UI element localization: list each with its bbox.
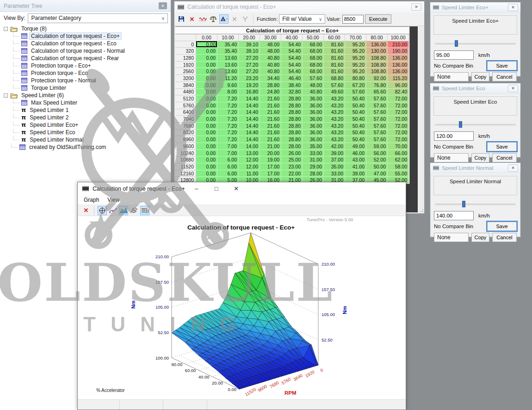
- table-cell[interactable]: 24.80: [260, 89, 281, 96]
- table-cell[interactable]: 0.00: [196, 136, 217, 143]
- close-icon[interactable]: ✕: [228, 182, 245, 195]
- table-cell[interactable]: 0.00: [196, 89, 217, 96]
- table-cell[interactable]: 58.00: [388, 163, 409, 170]
- table-cell[interactable]: 9.60: [217, 82, 239, 89]
- table-cell[interactable]: 7.00: [217, 150, 239, 157]
- table-cell[interactable]: 57.60: [303, 75, 324, 82]
- table-cell[interactable]: 68.00: [303, 62, 324, 68]
- table-cell[interactable]: 80.80: [345, 75, 366, 82]
- column-header[interactable]: 100.00: [388, 34, 409, 41]
- table-cell[interactable]: 130.00: [366, 48, 388, 55]
- table-cell[interactable]: 43.20: [324, 136, 345, 143]
- speed-slider[interactable]: [435, 201, 516, 207]
- table-cell[interactable]: 37.00: [324, 156, 345, 163]
- slider-thumb[interactable]: [459, 121, 462, 128]
- table-cell[interactable]: 72.00: [388, 136, 409, 143]
- table-cell[interactable]: 36.00: [303, 116, 324, 123]
- table-cell[interactable]: 13.60: [217, 55, 239, 62]
- table-cell[interactable]: 6.00: [217, 170, 239, 177]
- table-cell[interactable]: 95.20: [345, 48, 366, 55]
- row-header[interactable]: 8320: [175, 130, 196, 137]
- row-header[interactable]: 9600: [175, 143, 196, 150]
- table-cell[interactable]: 43.20: [324, 123, 345, 130]
- table-cell[interactable]: 28.80: [281, 102, 303, 109]
- resize-grip[interactable]: [419, 207, 423, 212]
- tree-item[interactable]: created by OldSkullTuning.com: [0, 143, 171, 151]
- table-cell[interactable]: 43.20: [324, 109, 345, 116]
- window-titlebar[interactable]: Parameter Tree ✕: [0, 0, 171, 12]
- tree-item[interactable]: Protection torque - Eco: [0, 69, 171, 77]
- table-cell[interactable]: 21.60: [260, 130, 281, 137]
- table-cell[interactable]: 57.60: [366, 102, 388, 109]
- table-cell[interactable]: 0.00: [196, 150, 217, 157]
- save-icon[interactable]: [177, 14, 186, 24]
- table-cell[interactable]: 56.00: [366, 150, 388, 157]
- maximize-icon[interactable]: □: [208, 182, 225, 195]
- tree-item[interactable]: Calculation of torque request - Rear: [0, 55, 171, 62]
- table-cell[interactable]: 40.80: [303, 89, 324, 96]
- table-cell[interactable]: 21.60: [260, 116, 281, 123]
- table-cell[interactable]: 59.00: [366, 143, 388, 150]
- surface-chart-icon[interactable]: [119, 206, 128, 215]
- table-cell[interactable]: 136.00: [388, 55, 409, 62]
- discard-icon[interactable]: ✕: [187, 14, 197, 24]
- table-cell[interactable]: 7.20: [217, 116, 239, 123]
- table-cell[interactable]: 28.80: [260, 82, 281, 89]
- column-header[interactable]: 10.00: [217, 34, 239, 41]
- copy-button[interactable]: Copy: [471, 153, 489, 162]
- slider-track[interactable]: [435, 43, 516, 44]
- table-cell[interactable]: 41.00: [345, 163, 366, 170]
- table-cell[interactable]: 136.00: [366, 41, 388, 48]
- table-cell[interactable]: 35.40: [217, 48, 239, 55]
- table-cell[interactable]: 57.60: [345, 89, 366, 96]
- tree-item[interactable]: πSpeed Limiter Eco+: [0, 121, 171, 129]
- table-cell[interactable]: 39.00: [324, 150, 345, 157]
- window-titlebar[interactable]: Speed Limiter Eco✕: [430, 83, 520, 93]
- table-cell[interactable]: 11.00: [239, 170, 260, 177]
- table-cell[interactable]: 27.20: [239, 68, 260, 75]
- table-cell[interactable]: 6.00: [217, 156, 239, 163]
- table-cell[interactable]: 19.00: [260, 156, 281, 163]
- save-button[interactable]: Save: [487, 222, 517, 231]
- table-cell[interactable]: 27.20: [239, 62, 260, 68]
- table-cell[interactable]: 57.60: [366, 109, 388, 116]
- row-header[interactable]: 12160: [175, 170, 196, 177]
- table-cell[interactable]: 68.00: [303, 48, 324, 55]
- legend-icon[interactable]: 1: [140, 206, 149, 215]
- table-cell[interactable]: 136.00: [388, 62, 409, 68]
- table-cell[interactable]: 21.00: [260, 143, 281, 150]
- row-header[interactable]: 10880: [175, 156, 196, 163]
- row-header[interactable]: 10240: [175, 150, 196, 157]
- table-cell[interactable]: 57.60: [324, 82, 345, 89]
- table-cell[interactable]: 136.00: [388, 68, 409, 75]
- table-cell[interactable]: 21.60: [260, 95, 281, 102]
- close-icon[interactable]: ✕: [508, 4, 518, 11]
- tree-item[interactable]: Protection torque - Normal: [0, 77, 171, 84]
- table-cell[interactable]: 52.00: [366, 156, 388, 163]
- column-header[interactable]: 50.00: [303, 34, 324, 41]
- table-cell[interactable]: 14.40: [239, 116, 260, 123]
- table-cell[interactable]: 36.00: [303, 95, 324, 102]
- tree-item[interactable]: πSpeed Limiter Normal: [0, 136, 171, 143]
- table-cell[interactable]: 39.10: [239, 48, 260, 55]
- table-cell[interactable]: 13.00: [239, 150, 260, 157]
- table-cell[interactable]: 0.00: [196, 170, 217, 177]
- table-cell[interactable]: 92.00: [366, 75, 388, 82]
- value-input[interactable]: [342, 15, 364, 24]
- table-cell[interactable]: 0.00: [196, 163, 217, 170]
- tree-item[interactable]: Max Speed Limiter: [0, 99, 171, 106]
- table-cell[interactable]: 54.40: [281, 62, 303, 68]
- cancel-button[interactable]: Cancel: [492, 233, 517, 242]
- table-cell[interactable]: 57.60: [366, 130, 388, 137]
- function-select[interactable]: Fill w/ Value ∨: [279, 14, 325, 24]
- table-cell[interactable]: 57.60: [366, 123, 388, 130]
- table-cell[interactable]: 21.60: [260, 136, 281, 143]
- table-cell[interactable]: 0.00: [196, 55, 217, 62]
- pan-icon[interactable]: [98, 206, 107, 215]
- row-header[interactable]: 2560: [175, 68, 196, 75]
- table-cell[interactable]: 0.00: [196, 75, 217, 82]
- table-cell[interactable]: 0.00: [196, 41, 217, 48]
- table-cell[interactable]: 26.00: [281, 150, 303, 157]
- table-cell[interactable]: 7.20: [217, 136, 239, 143]
- table-cell[interactable]: 7.00: [217, 143, 239, 150]
